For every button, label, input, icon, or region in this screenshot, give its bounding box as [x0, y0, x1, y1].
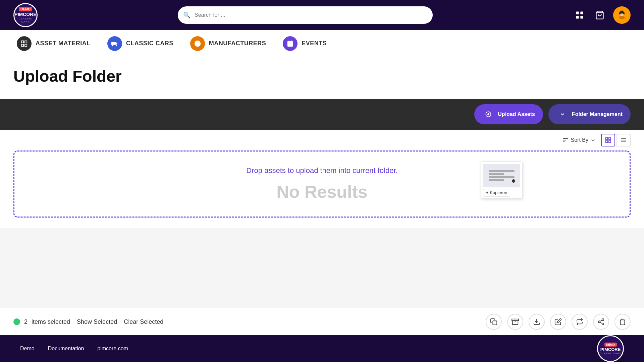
- svg-rect-8: [623, 13, 625, 14]
- footer: Demo Documentation pimcore.com DEMO PIMC…: [0, 335, 644, 362]
- delete-button[interactable]: [614, 314, 631, 330]
- logo: DEMO PIMCORE CLASSIC CARS: [13, 3, 38, 27]
- header: DEMO PIMCORE CLASSIC CARS 🔍: [0, 0, 644, 30]
- upload-icon: [482, 108, 494, 120]
- svg-rect-15: [21, 44, 23, 46]
- footer-demo-badge: DEMO: [604, 343, 617, 347]
- preview-line-4: [489, 179, 504, 181]
- view-options: Sort By: [0, 130, 644, 150]
- svg-rect-32: [609, 141, 611, 143]
- svg-line-44: [600, 320, 602, 321]
- nav-label-classic-cars: CLASSIC CARS: [126, 40, 173, 47]
- sort-label: Sort By: [571, 137, 588, 143]
- preview-line-3: [489, 176, 515, 178]
- toolbar: Upload Assets Folder Management: [0, 99, 644, 130]
- svg-point-41: [598, 321, 600, 323]
- cursor-indicator: [512, 179, 515, 183]
- selection-dot: [13, 318, 20, 325]
- svg-rect-9: [621, 13, 623, 14]
- nav-item-classic-cars[interactable]: CLASSIC CARS: [101, 33, 180, 54]
- svg-rect-7: [619, 13, 621, 14]
- nav-label-events: EVENTS: [302, 40, 327, 47]
- drag-preview: + Kopieren: [481, 162, 522, 199]
- svg-point-40: [602, 319, 604, 321]
- folder-icon: [556, 108, 569, 120]
- view-toggle: [601, 134, 631, 146]
- svg-rect-37: [512, 319, 519, 321]
- folder-management-button[interactable]: Folder Management: [548, 104, 631, 124]
- footer-logo: DEMO PIMCORE CLASSIC CARS: [597, 335, 624, 362]
- drop-text-link: folder.: [378, 166, 398, 175]
- no-results-text: No Results: [276, 182, 368, 202]
- edit-button[interactable]: [550, 314, 566, 330]
- clear-selected-button[interactable]: Clear Selected: [124, 318, 163, 325]
- drop-zone-container: Drop assets to upload them into current …: [0, 150, 644, 228]
- kopieren-tag: + Kopieren: [483, 189, 510, 196]
- download-button[interactable]: [529, 314, 545, 330]
- cart-icon[interactable]: [593, 8, 606, 22]
- preview-line-1: [489, 170, 515, 172]
- copy-button[interactable]: [486, 314, 502, 330]
- nav-label-manufacturers: MANUFACTURERS: [209, 40, 266, 47]
- svg-line-43: [600, 322, 602, 323]
- sort-button[interactable]: Sort By: [562, 137, 596, 143]
- upload-assets-button[interactable]: Upload Assets: [474, 104, 543, 124]
- footer-links: Demo Documentation pimcore.com: [20, 346, 128, 352]
- logo-title: PIMCORE: [14, 12, 36, 17]
- show-selected-button[interactable]: Show Selected: [77, 318, 117, 325]
- nav-item-manufacturers[interactable]: MANUFACTURERS: [183, 33, 273, 54]
- search-input[interactable]: [178, 6, 433, 24]
- svg-point-42: [602, 323, 604, 325]
- archive-button[interactable]: [507, 314, 523, 330]
- preview-lines: [489, 170, 515, 181]
- grid-view-button[interactable]: [601, 134, 615, 146]
- footer-logo-circle: DEMO PIMCORE CLASSIC CARS: [597, 335, 624, 362]
- footer-link-demo[interactable]: Demo: [20, 346, 35, 352]
- manufacturers-icon: [190, 36, 205, 51]
- footer-link-documentation[interactable]: Documentation: [48, 346, 84, 352]
- footer-logo-title: PIMCORE: [600, 347, 621, 352]
- svg-rect-12: [620, 11, 623, 12]
- svg-rect-29: [606, 138, 608, 140]
- items-selected-count: 2: [24, 318, 28, 325]
- search-bar: 🔍: [178, 6, 433, 24]
- share-button[interactable]: [593, 314, 609, 330]
- page-title: Upload Folder: [13, 67, 631, 85]
- preview-image: [483, 164, 520, 187]
- logo-area[interactable]: DEMO PIMCORE CLASSIC CARS: [13, 3, 38, 27]
- classic-cars-icon: [107, 36, 122, 51]
- svg-rect-30: [609, 138, 611, 140]
- svg-rect-1: [580, 12, 583, 14]
- footer-link-pimcore[interactable]: pimcore.com: [97, 346, 128, 352]
- nav-label-asset-material: ASSET MATERIAL: [36, 40, 91, 47]
- avatar[interactable]: [613, 6, 631, 24]
- svg-rect-0: [576, 12, 579, 14]
- footer-logo-subtitle: CLASSIC CARS: [600, 352, 621, 355]
- action-icons: [486, 314, 631, 330]
- nav-bar: ASSET MATERIAL CLASSIC CARS MANUFACTURER…: [0, 30, 644, 57]
- drop-text-main: Drop assets to upload them into current: [246, 166, 377, 175]
- bottom-bar: 2 items selected Show Selected Clear Sel…: [0, 308, 644, 335]
- drop-text: Drop assets to upload them into current …: [246, 166, 397, 175]
- notifications-icon[interactable]: [573, 8, 586, 22]
- asset-material-icon: [17, 36, 32, 51]
- list-view-button[interactable]: [616, 134, 631, 146]
- logo-subtitle: CLASSIC CARS: [14, 17, 37, 23]
- upload-assets-label: Upload Assets: [498, 111, 535, 117]
- page-content-header: Upload Folder: [0, 57, 644, 99]
- header-actions: [573, 6, 631, 24]
- events-icon: [283, 36, 298, 51]
- svg-rect-2: [576, 16, 579, 18]
- svg-rect-3: [580, 16, 583, 18]
- kopieren-label: + Kopieren: [486, 190, 507, 195]
- drop-zone[interactable]: Drop assets to upload them into current …: [13, 150, 631, 218]
- svg-rect-14: [25, 41, 27, 43]
- folder-management-label: Folder Management: [572, 111, 623, 117]
- nav-item-events[interactable]: EVENTS: [276, 33, 333, 54]
- items-selected-label: items selected: [32, 318, 70, 325]
- preview-line-2: [489, 173, 504, 175]
- nav-item-asset-material[interactable]: ASSET MATERIAL: [10, 33, 97, 54]
- svg-rect-16: [25, 44, 27, 46]
- selection-indicator: 2 items selected: [13, 318, 70, 325]
- transfer-button[interactable]: [572, 314, 588, 330]
